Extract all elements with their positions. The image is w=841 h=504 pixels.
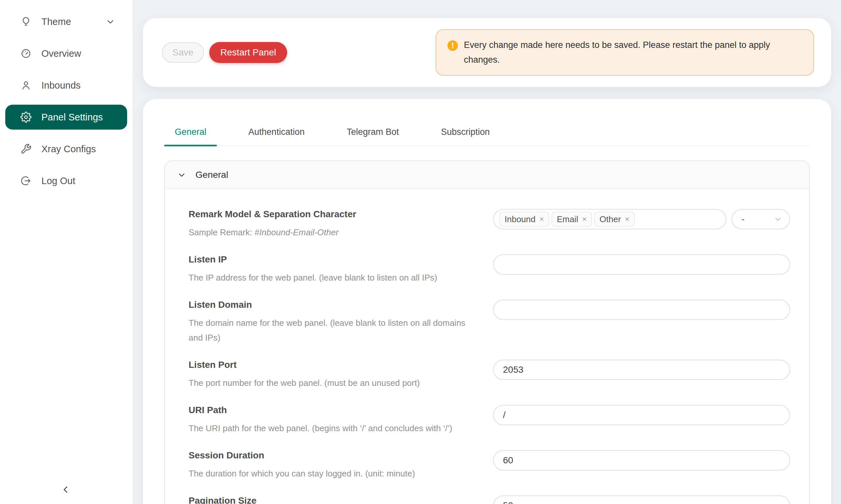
person-icon	[20, 80, 32, 91]
tag-close-icon[interactable]: ×	[625, 215, 630, 223]
sidebar-item-xray-configs[interactable]: Xray Configs	[5, 137, 127, 161]
settings-card: General Authentication Telegram Bot Subs…	[143, 99, 831, 504]
restart-panel-button[interactable]: Restart Panel	[209, 42, 288, 63]
tab-authentication[interactable]: Authentication	[238, 127, 315, 146]
tab-subscription[interactable]: Subscription	[430, 127, 500, 146]
remark-sample-text: Sample Remark: #Inbound-Email-Other	[189, 225, 480, 240]
listen-port-label: Listen Port	[189, 358, 480, 372]
listen-ip-description: The IP address for the web panel. (leave…	[189, 270, 480, 285]
sidebar-item-label: Overview	[41, 48, 81, 59]
lightbulb-icon	[20, 16, 32, 27]
chevron-down-icon	[105, 17, 115, 26]
sidebar-item-label: Inbounds	[41, 80, 81, 91]
tag-inbound: Inbound ×	[499, 212, 549, 227]
pagination-size-label: Pagination Size	[189, 494, 480, 504]
listen-ip-input[interactable]	[493, 254, 790, 275]
field-row-listen-port: Listen Port The port number for the web …	[189, 358, 790, 391]
field-row-session-duration: Session Duration The duration for which …	[189, 449, 790, 481]
listen-port-description: The port number for the web panel. (must…	[189, 376, 480, 391]
sidebar-item-inbounds[interactable]: Inbounds	[5, 73, 127, 98]
separation-character-select[interactable]: -	[732, 209, 790, 229]
field-row-uri-path: URI Path The URI path for the web panel.…	[189, 403, 790, 436]
tab-telegram-bot[interactable]: Telegram Bot	[336, 127, 409, 146]
session-duration-description: The duration for which you can stay logg…	[189, 466, 480, 481]
tag-close-icon[interactable]: ×	[582, 215, 587, 223]
wrench-icon	[20, 143, 32, 155]
main-content: Save Restart Panel ! Every change made h…	[132, 0, 841, 504]
sidebar-item-label: Xray Configs	[41, 144, 96, 155]
sidebar-item-label: Panel Settings	[41, 112, 103, 123]
pagination-size-input[interactable]	[493, 496, 790, 504]
general-collapse-panel: General Remark Model & Separation Charac…	[164, 160, 810, 504]
sidebar-item-overview[interactable]: Overview	[5, 41, 127, 66]
session-duration-input[interactable]	[493, 450, 790, 470]
general-collapse-header[interactable]: General	[165, 161, 809, 189]
listen-ip-label: Listen IP	[189, 253, 480, 266]
general-panel-body: Remark Model & Separation Character Samp…	[165, 189, 809, 504]
warning-alert: ! Every change made here needs to be sav…	[435, 29, 814, 76]
field-row-remark: Remark Model & Separation Character Samp…	[189, 208, 790, 240]
tag-other: Other ×	[594, 212, 635, 227]
field-row-listen-ip: Listen IP The IP address for the web pan…	[189, 253, 790, 285]
tag-close-icon[interactable]: ×	[539, 215, 544, 223]
warning-alert-message: Every change made here needs to be saved…	[464, 38, 802, 67]
sidebar: Theme Overview Inbounds Panel Settings X…	[0, 0, 132, 504]
session-duration-label: Session Duration	[189, 449, 480, 462]
sidebar-item-label: Theme	[41, 16, 71, 27]
tab-general[interactable]: General	[164, 127, 217, 146]
uri-path-label: URI Path	[189, 403, 480, 417]
logout-icon	[20, 175, 32, 186]
chevron-left-icon	[61, 484, 71, 495]
warning-exclamation-icon: !	[447, 40, 458, 51]
sidebar-item-label: Log Out	[41, 176, 75, 186]
sidebar-item-panel-settings[interactable]: Panel Settings	[5, 105, 127, 130]
field-row-listen-domain: Listen Domain The domain name for the we…	[189, 298, 790, 345]
chevron-down-icon	[177, 170, 186, 179]
settings-tabbar: General Authentication Telegram Bot Subs…	[164, 127, 810, 146]
dashboard-gauge-icon	[20, 48, 32, 59]
listen-domain-label: Listen Domain	[189, 298, 480, 311]
listen-port-input[interactable]	[493, 360, 790, 380]
tag-email: Email ×	[552, 212, 592, 227]
sidebar-item-logout[interactable]: Log Out	[5, 168, 127, 193]
uri-path-input[interactable]	[493, 405, 790, 425]
uri-path-description: The URI path for the web panel. (begins …	[189, 421, 480, 436]
chevron-down-icon	[774, 215, 782, 223]
listen-domain-input[interactable]	[493, 300, 790, 320]
sidebar-item-theme[interactable]: Theme	[5, 9, 127, 34]
sidebar-collapse-button[interactable]	[57, 481, 74, 498]
listen-domain-description: The domain name for the web panel. (leav…	[189, 316, 480, 345]
remark-model-label: Remark Model & Separation Character	[189, 208, 480, 221]
gear-icon	[20, 111, 32, 123]
section-title: General	[195, 169, 228, 180]
separator-value: -	[741, 214, 744, 224]
remark-model-tag-select[interactable]: Inbound × Email × Other ×	[493, 209, 726, 229]
save-button[interactable]: Save	[162, 42, 204, 63]
field-row-pagination-size: Pagination Size	[189, 494, 790, 504]
actions-card: Save Restart Panel ! Every change made h…	[143, 18, 831, 87]
